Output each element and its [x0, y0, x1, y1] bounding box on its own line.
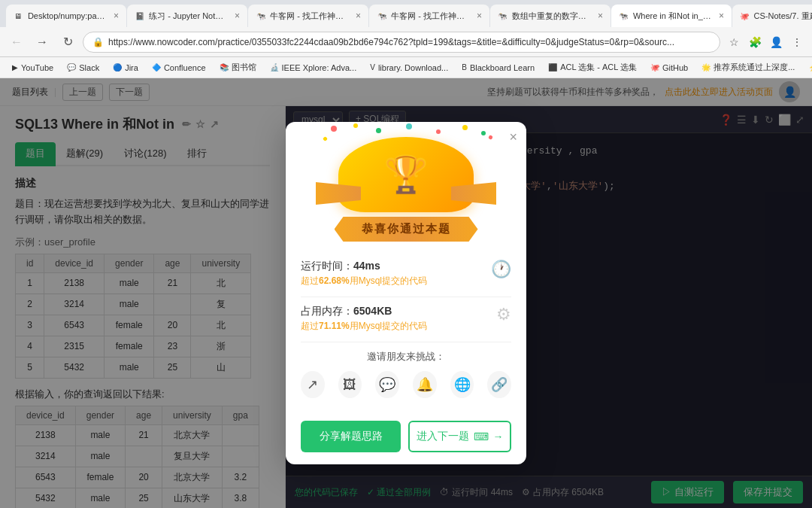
runtime-stat: 运行时间：44ms 超过62.68%用Mysql提交的代码 🕐 [301, 260, 511, 287]
tab-close-nowcoder2[interactable]: × [477, 11, 482, 21]
success-ribbon-area: 恭喜你通过本题 [286, 217, 526, 242]
bookmark-favicon-blackboard: B [462, 63, 467, 71]
runtime-main: 运行时间：44ms [301, 260, 491, 273]
profile-button[interactable]: 👤 [767, 33, 785, 51]
modal-footer: 分享解题思路 进入下一题 ⌨ → [286, 421, 526, 464]
share-icons-row: ↗ 🖼 💬 🔔 🌐 🔗 [301, 371, 511, 398]
confetti-5 [436, 129, 441, 134]
next-problem-modal-button[interactable]: 进入下一题 ⌨ → [408, 421, 511, 452]
tab-close-nowcoder1[interactable]: × [356, 11, 361, 21]
tab-close-jupyter[interactable]: × [235, 11, 240, 21]
success-text: 恭喜你通过本题 [335, 217, 478, 242]
share-photo-button[interactable]: 🖼 [338, 371, 362, 398]
clock-icon: 🕐 [491, 260, 511, 279]
share-divider [301, 342, 511, 342]
confetti-3 [376, 128, 381, 133]
bookmark-label-github: GitHub [662, 63, 688, 72]
bookmark-youtube[interactable]: ▶ YouTube [6, 62, 59, 74]
nav-actions: ☆ 🧩 👤 ⋮ [725, 33, 806, 51]
tab-close-desktop[interactable]: × [114, 11, 119, 21]
menu-button[interactable]: ⋮ [788, 33, 806, 51]
back-button[interactable]: ← [6, 32, 27, 53]
bookmark-label-recommend: 推荐系统通过上深度... [714, 62, 795, 73]
bookmark-label-confluence: Confluence [164, 63, 206, 72]
extensions-button[interactable]: 🧩 [746, 33, 764, 51]
bookmark-blackboard[interactable]: B Blackboard Learn [456, 62, 541, 74]
bookmark-slack[interactable]: 💬 Slack [61, 62, 105, 74]
bookmark-favicon-jira: 🔵 [113, 63, 122, 71]
reload-button[interactable]: ↻ [57, 32, 78, 53]
trophy-area: 🏆 [286, 122, 526, 212]
memory-stat: 占用内存：6504KB 超过71.11%用Mysql提交的代码 ⚙ [301, 305, 511, 333]
url-text: https://www.nowcoder.com/practice/035503… [108, 37, 710, 47]
tab-array[interactable]: 🐄 数组中重复的数字_牛... × [490, 5, 611, 27]
bookmark-favicon-youtube: ▶ [12, 63, 18, 71]
tab-jupyter[interactable]: 📓 练习 - Jupyter Noteb... × [127, 5, 247, 27]
bookmark-favicon-recommend: 🌟 [701, 63, 710, 71]
bookmarks-bar: ▶ YouTube 💬 Slack 🔵 Jira 🔷 Confluence 📚 … [0, 57, 812, 78]
confetti-8 [323, 136, 328, 141]
confetti-9 [488, 135, 493, 140]
tab-desktop[interactable]: 🖥 Desktop/numpy:pand... × [6, 5, 126, 27]
tab-close-array[interactable]: × [598, 11, 603, 21]
tab-label-array: 数组中重复的数字_牛... [512, 11, 590, 22]
star-button[interactable]: ☆ [725, 33, 743, 51]
bookmark-favicon-ieee: 🔬 [270, 63, 279, 71]
tab-favicon-wherein: 🐄 [619, 11, 629, 21]
bookmark-label-acl: ACL 选集 - ACL 选集 [560, 62, 637, 73]
confetti-2 [353, 123, 358, 128]
tab-close-wherein[interactable]: × [719, 11, 724, 21]
keyboard-icon: ⌨ [474, 430, 489, 443]
confetti-4 [406, 123, 412, 129]
runtime-sub: 超过62.68%用Mysql提交的代码 [301, 275, 491, 287]
bookmark-download[interactable]: V library. Download... [364, 62, 454, 74]
share-link-button[interactable]: 🔗 [487, 371, 511, 398]
bookmark-acl[interactable]: ⬛ ACL 选集 - ACL 选集 [542, 60, 643, 75]
tab-label-jupyter: 练习 - Jupyter Noteb... [149, 11, 227, 22]
confetti-1 [331, 126, 337, 132]
tab-nowcoder2[interactable]: 🐄 牛客网 - 找工作神器|... × [369, 5, 489, 27]
modal-close-button[interactable]: × [509, 129, 517, 145]
bookmark-label-blackboard: Blackboard Learn [470, 63, 535, 72]
share-notification-button[interactable]: 🔔 [413, 371, 437, 398]
tab-favicon-nowcoder2: 🐄 [377, 11, 386, 21]
bookmark-recommend[interactable]: 🌟 推荐系统通过上深度... [695, 60, 801, 75]
tab-label-wherein: Where in 和Not in_牛... [633, 11, 711, 22]
tab-favicon-desktop: 🖥 [14, 11, 23, 21]
modal-overlay: × 🏆 [0, 78, 812, 508]
tab-favicon-nowcoder1: 🐄 [256, 11, 265, 21]
tab-csnotes[interactable]: 🐙 CS-Notes/7. 重建二叉... × [732, 5, 812, 27]
bookmark-favicon-acl: ⬛ [548, 63, 557, 71]
nav-bar: ← → ↻ 🔒 https://www.nowcoder.com/practic… [0, 27, 812, 57]
bookmark-jira[interactable]: 🔵 Jira [107, 62, 144, 74]
tab-wherein[interactable]: 🐄 Where in 和Not in_牛... × [611, 5, 732, 27]
tab-bar: 🖥 Desktop/numpy:pand... × 📓 练习 - Jupyter… [0, 0, 812, 27]
address-bar[interactable]: 🔒 https://www.nowcoder.com/practice/0355… [83, 32, 720, 53]
forward-button[interactable]: → [32, 32, 53, 53]
memory-sub: 超过71.11%用Mysql提交的代码 [301, 320, 496, 333]
bookmark-leetcode[interactable]: ⚡ Problems - LeetC... [802, 62, 812, 74]
bookmark-label-slack: Slack [79, 63, 99, 72]
share-solution-button[interactable]: 分享解题思路 [301, 421, 401, 452]
tab-label-desktop: Desktop/numpy:pand... [28, 11, 106, 20]
confetti-7 [481, 131, 486, 135]
bookmark-ieee[interactable]: 🔬 IEEE Xplore: Adva... [264, 62, 363, 74]
success-modal: × 🏆 [286, 122, 526, 464]
runtime-info: 运行时间：44ms 超过62.68%用Mysql提交的代码 [301, 260, 491, 287]
bookmark-library[interactable]: 📚 图书馆 [214, 60, 262, 75]
trophy-emoji: 🏆 [383, 154, 429, 196]
share-wechat-button[interactable]: 💬 [375, 371, 399, 398]
share-external-button[interactable]: ↗ [301, 371, 325, 398]
bookmark-favicon-github: 🐙 [650, 63, 659, 71]
trophy-cup: 🏆 [338, 137, 474, 212]
tab-nowcoder1[interactable]: 🐄 牛客网 - 找工作神器|... × [248, 5, 368, 27]
share-label: 邀请朋友来挑战： [301, 350, 511, 364]
bookmark-label-library: 图书馆 [232, 62, 256, 73]
share-weibo-button[interactable]: 🌐 [450, 371, 474, 398]
browser-chrome: 🖥 Desktop/numpy:pand... × 📓 练习 - Jupyter… [0, 0, 812, 78]
bookmark-label-download: library. Download... [378, 63, 448, 72]
bookmark-github[interactable]: 🐙 GitHub [644, 62, 694, 74]
stat-divider [301, 297, 511, 297]
memory-main: 占用内存：6504KB [301, 305, 496, 318]
bookmark-confluence[interactable]: 🔷 Confluence [146, 62, 212, 74]
